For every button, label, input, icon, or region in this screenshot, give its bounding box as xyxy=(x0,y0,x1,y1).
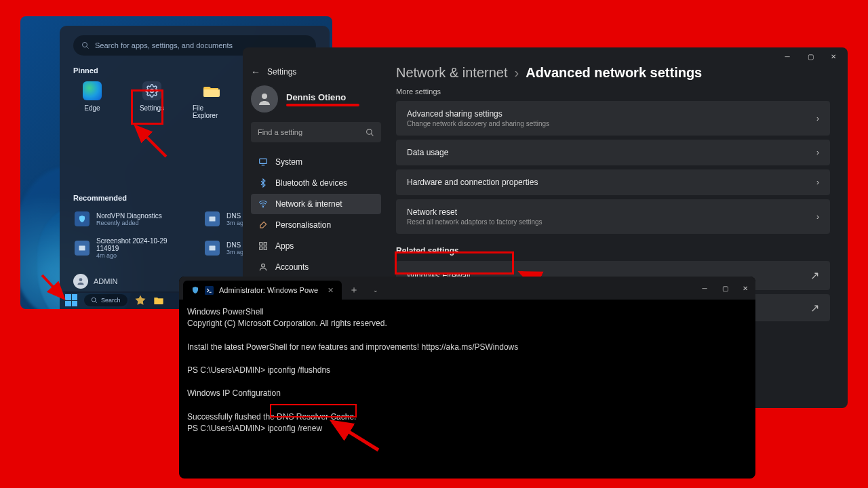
more-settings-label: More settings xyxy=(396,87,830,96)
search-icon xyxy=(366,128,374,137)
image-icon xyxy=(208,215,216,223)
avatar xyxy=(251,85,278,113)
user-name: ADMIN xyxy=(94,277,117,285)
ps-line: Windows PowerShell xyxy=(187,307,264,317)
pinned-edge[interactable]: Edge xyxy=(73,81,111,119)
close-tab-icon[interactable]: ✕ xyxy=(328,286,334,295)
nav-personalisation[interactable]: Personalisation xyxy=(251,215,381,235)
pinned-label-fe: File Explorer xyxy=(193,104,231,119)
card-hardware[interactable]: Hardware and connection properties › xyxy=(396,169,830,195)
rec-sub: Recently added xyxy=(96,220,162,226)
ps-line: Install the latest PowerShell for new fe… xyxy=(187,342,518,352)
nav-label: Personalisation xyxy=(275,220,331,230)
nav-label: Apps xyxy=(275,241,294,251)
pinned-settings[interactable]: Settings xyxy=(133,81,171,119)
user-icon xyxy=(76,277,85,286)
svg-rect-20 xyxy=(264,247,267,249)
close-button[interactable]: ✕ xyxy=(823,49,844,64)
shield-icon xyxy=(191,286,199,294)
taskbar-app-icon[interactable] xyxy=(134,294,146,306)
rec-title: NordVPN Diagnostics xyxy=(96,212,162,220)
ps-line: Successfully flushed the DNS Resolver Ca… xyxy=(187,412,356,422)
user-icon xyxy=(256,91,273,107)
card-data-usage[interactable]: Data usage › xyxy=(396,140,830,165)
terminal-output[interactable]: Windows PowerShell Copyright (C) Microso… xyxy=(179,300,755,441)
chevron-right-icon: › xyxy=(816,148,819,157)
pinned-file-explorer[interactable]: File Explorer xyxy=(193,81,231,119)
breadcrumb: Network & internet › Advanced network se… xyxy=(396,65,830,81)
nav-label: Bluetooth & devices xyxy=(275,178,347,188)
image-icon xyxy=(208,244,216,252)
minimize-button[interactable]: ─ xyxy=(694,281,715,296)
new-tab-button[interactable]: ＋ xyxy=(344,281,363,300)
svg-rect-19 xyxy=(260,247,262,249)
card-sub: Change network discovery and sharing set… xyxy=(407,120,549,127)
nav-bluetooth[interactable]: Bluetooth & devices xyxy=(251,173,381,193)
svg-line-13 xyxy=(371,134,373,136)
bluetooth-icon xyxy=(258,178,268,188)
profile-name: Dennis Otieno xyxy=(286,92,359,102)
taskbar-search[interactable]: Search xyxy=(84,294,127,306)
pinned-label-settings: Settings xyxy=(140,104,164,112)
nav-system[interactable]: System xyxy=(251,152,381,172)
svg-rect-14 xyxy=(260,159,267,163)
svg-rect-5 xyxy=(210,246,216,251)
titlebar: ─ ▢ ✕ xyxy=(243,47,848,65)
card-title: Data usage xyxy=(407,148,448,157)
avatar xyxy=(73,274,88,289)
card-title: Hardware and connection properties xyxy=(407,178,538,187)
chevron-right-icon: › xyxy=(515,65,519,81)
nav-label: System xyxy=(275,157,302,167)
ps-titlebar: Administrator: Windows Powe ✕ ＋ ⌄ ─ ▢ ✕ xyxy=(179,277,755,300)
svg-point-6 xyxy=(79,278,83,281)
chevron-right-icon: › xyxy=(816,212,819,222)
chevron-right-icon: › xyxy=(816,178,819,187)
breadcrumb-leaf: Advanced network settings xyxy=(526,65,702,81)
recommended-item[interactable]: Screenshot 2024-10-29 1149194m ago xyxy=(73,235,186,262)
pinned-label-edge: Edge xyxy=(84,104,100,112)
taskbar-app-icon[interactable] xyxy=(153,296,164,305)
nav-network[interactable]: Network & internet xyxy=(251,194,381,214)
close-button[interactable]: ✕ xyxy=(735,281,755,296)
svg-point-2 xyxy=(151,89,154,93)
app-title: Settings xyxy=(267,67,296,77)
svg-line-1 xyxy=(87,47,89,49)
recommended-item[interactable]: NordVPN DiagnosticsRecently added xyxy=(73,209,186,229)
profile[interactable]: Dennis Otieno xyxy=(251,85,381,113)
back-icon[interactable]: ← xyxy=(251,66,260,77)
nav-apps[interactable]: Apps xyxy=(251,236,381,256)
breadcrumb-root[interactable]: Network & internet xyxy=(396,65,508,81)
svg-point-12 xyxy=(367,129,372,134)
annotation-underline xyxy=(286,104,359,106)
svg-rect-17 xyxy=(260,243,262,245)
svg-line-8 xyxy=(95,301,97,303)
maximize-button[interactable]: ▢ xyxy=(800,49,821,64)
folder-icon xyxy=(203,84,220,98)
image-icon xyxy=(78,244,86,252)
find-placeholder: Find a setting xyxy=(258,128,302,136)
svg-rect-3 xyxy=(210,217,216,222)
gear-icon xyxy=(145,84,159,98)
external-link-icon: ↗ xyxy=(810,302,819,314)
maximize-button[interactable]: ▢ xyxy=(715,281,735,296)
shield-icon xyxy=(78,215,86,223)
minimize-button[interactable]: ─ xyxy=(777,49,797,64)
nav-label: Network & internet xyxy=(275,199,342,209)
rec-title: Screenshot 2024-10-29 114919 xyxy=(96,237,184,252)
find-setting-input[interactable]: Find a setting xyxy=(251,122,381,142)
svg-point-0 xyxy=(83,43,87,47)
grid-icon xyxy=(258,241,268,251)
tab-dropdown-button[interactable]: ⌄ xyxy=(366,281,385,300)
card-network-reset[interactable]: Network resetReset all network adaptors … xyxy=(396,199,830,234)
powershell-icon xyxy=(205,286,214,295)
wifi-icon xyxy=(258,199,268,209)
start-button[interactable] xyxy=(65,294,77,306)
nav-accounts[interactable]: Accounts xyxy=(251,257,381,277)
ps-line: PS C:\Users\ADMIN> ipconfig /flushdns xyxy=(187,365,330,375)
card-advanced-sharing[interactable]: Advanced sharing settingsChange network … xyxy=(396,101,830,136)
svg-rect-18 xyxy=(264,243,267,245)
card-title: Network reset xyxy=(407,207,542,217)
related-settings-label: Related settings xyxy=(396,246,830,256)
card-title: Advanced sharing settings xyxy=(407,109,549,119)
ps-tab[interactable]: Administrator: Windows Powe ✕ xyxy=(183,281,342,300)
